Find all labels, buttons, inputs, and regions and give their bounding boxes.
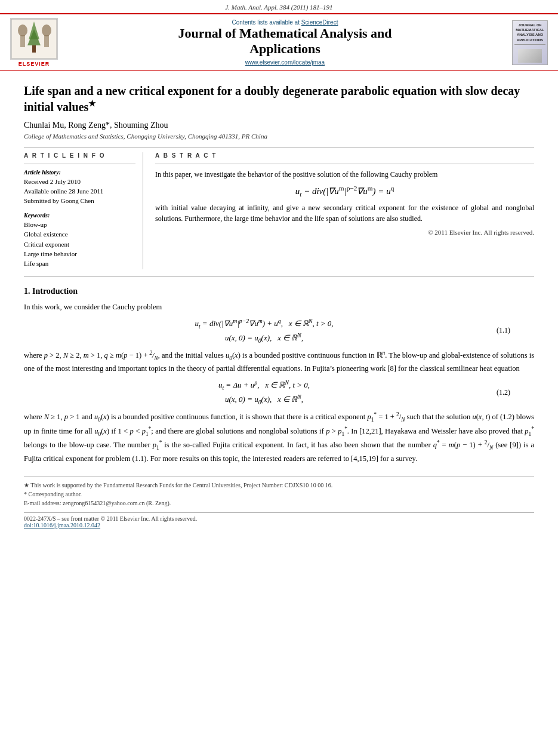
article-info-column: A R T I C L E I N F O Article history: R…	[24, 152, 143, 269]
section-divider	[24, 276, 534, 277]
svg-point-6	[42, 24, 51, 36]
equation-1-2-block: ut = Δu + up, x ∈ ℝN, t > 0, u(x, 0) = u…	[48, 379, 510, 405]
info-divider	[24, 164, 135, 164]
abstract-divider	[155, 164, 534, 164]
history-label: Article history:	[24, 169, 135, 176]
footnote-corresponding: * Corresponding author.	[24, 490, 534, 499]
keywords-block: Keywords: Blow-up Global existence Criti…	[24, 212, 135, 269]
affiliation: College of Mathematics and Statistics, C…	[24, 133, 534, 140]
intro-para2: where p > 2, N ≥ 2, m > 1, q ≥ m(p − 1) …	[24, 349, 534, 375]
issn-line: 0022-247X/$ – see front matter © 2011 El…	[24, 515, 534, 522]
abstract-text-after: with initial value decaying at infinity,…	[155, 202, 534, 224]
journal-title-block: Contents lists available at ScienceDirec…	[67, 19, 503, 66]
journal-title: Journal of Mathematical Analysis and App…	[67, 26, 503, 57]
abstract-text-before: In this paper, we investigate the behavi…	[155, 169, 534, 180]
equation-1-1: ut = div(|∇um|p−2∇um) + uq, x ∈ ℝN, t > …	[48, 318, 480, 344]
sciencedirect-label: Contents lists available at ScienceDirec…	[67, 19, 503, 26]
abstract-column: A B S T R A C T In this paper, we invest…	[155, 152, 534, 269]
elsevier-brand: ELSEVIER	[19, 61, 50, 67]
copyright: © 2011 Elsevier Inc. All rights reserved…	[155, 229, 534, 236]
received-date: Received 2 July 2010	[24, 177, 135, 186]
abstract-label: A B S T R A C T	[155, 152, 534, 159]
header-divider	[24, 147, 534, 147]
bottom-bar: 0022-247X/$ – see front matter © 2011 El…	[24, 512, 534, 528]
intro-para3: where N ≥ 1, p > 1 and u0(x) is a bounde…	[24, 410, 534, 465]
keyword-2: Global existence	[24, 230, 135, 239]
keyword-3: Critical exponent	[24, 240, 135, 249]
svg-rect-5	[32, 45, 36, 53]
intro-para1: In this work, we consider the Cauchy pro…	[24, 301, 534, 313]
content-area: Life span and a new critical exponent fo…	[0, 71, 558, 540]
submitted-by: Submitted by Goong Chen	[24, 196, 135, 205]
info-abstract-columns: A R T I C L E I N F O Article history: R…	[24, 152, 534, 269]
elsevier-logo: ELSEVIER	[7, 18, 61, 67]
elsevier-tree-image	[10, 18, 58, 60]
keywords-label: Keywords:	[24, 212, 135, 219]
journal-cover-image: JOURNAL OFMATHEMATICALANALYSIS ANDAPPLIC…	[512, 20, 548, 65]
authors: Chunlai Mu, Rong Zeng*, Shouming Zhou	[24, 121, 534, 130]
equation-1-1-block: ut = div(|∇um|p−2∇um) + uq, x ∈ ℝN, t > …	[48, 318, 510, 344]
article-title: Life span and a new critical exponent fo…	[24, 83, 534, 115]
keyword-1: Blow-up	[24, 220, 135, 229]
equation-1-1-number: (1.1)	[480, 326, 510, 335]
journal-thumbnail: JOURNAL OFMATHEMATICALANALYSIS ANDAPPLIC…	[509, 20, 551, 65]
page: J. Math. Anal. Appl. 384 (2011) 181–191	[0, 0, 558, 756]
footnote-section: ★ This work is supported by the Fundamen…	[24, 477, 534, 508]
title-star: ★	[88, 99, 96, 108]
keyword-4: Large time behavior	[24, 250, 135, 259]
footnote-email: E-mail address: zengrong6154321@yahoo.co…	[24, 499, 534, 508]
equation-1-2: ut = Δu + up, x ∈ ℝN, t > 0, u(x, 0) = u…	[48, 379, 480, 405]
svg-rect-2	[20, 35, 25, 47]
doi-line: doi:10.1016/j.jmaa.2010.12.042	[24, 522, 534, 528]
journal-reference: J. Math. Anal. Appl. 384 (2011) 181–191	[0, 0, 558, 13]
svg-rect-7	[44, 35, 49, 47]
abstract-equation: ut − div(|∇um|p−2∇um) = uq	[155, 185, 534, 198]
journal-header-bar: ELSEVIER Contents lists available at Sci…	[0, 13, 558, 71]
journal-url: www.elsevier.com/locate/jmaa	[67, 59, 503, 66]
available-date: Available online 28 June 2011	[24, 187, 135, 196]
equation-1-2-number: (1.2)	[480, 388, 510, 397]
article-info-label: A R T I C L E I N F O	[24, 152, 135, 159]
keyword-5: Life span	[24, 259, 135, 268]
intro-section-title: 1. Introduction	[24, 287, 534, 296]
footnote-star: ★ This work is supported by the Fundamen…	[24, 481, 534, 490]
svg-point-1	[18, 24, 27, 36]
